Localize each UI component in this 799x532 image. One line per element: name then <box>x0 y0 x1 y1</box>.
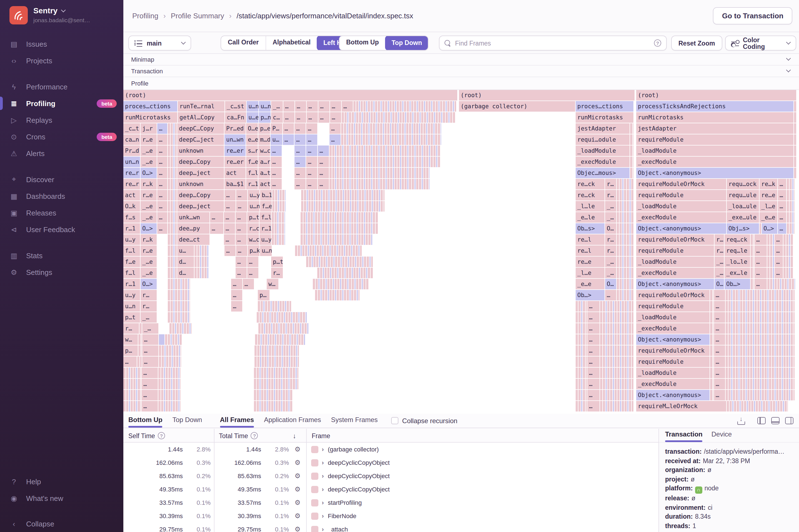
flame-frame[interactable]: Ob…s> <box>576 223 605 234</box>
flame-frame[interactable]: _loadModule <box>636 146 794 156</box>
flame-frame[interactable]: … <box>307 112 318 123</box>
flame-frame[interactable]: … <box>157 146 167 156</box>
flame-frame[interactable]: deep…ject <box>177 201 224 212</box>
flame-frame[interactable]: … <box>330 134 340 145</box>
flame-stripes[interactable] <box>794 112 796 123</box>
flame-frame[interactable]: _execModule <box>576 157 630 167</box>
flame-frame[interactable]: p…t <box>247 212 259 223</box>
flame-frame[interactable]: r… <box>141 290 157 300</box>
flame-stripes[interactable] <box>751 234 754 245</box>
flame-frame[interactable]: re…r <box>123 179 140 189</box>
flame-frame[interactable]: u…y <box>123 234 140 245</box>
self-time-header[interactable]: Self Time? <box>128 429 165 442</box>
flame-frame[interactable]: p…t <box>123 312 140 323</box>
flame-stripes[interactable] <box>710 379 713 389</box>
flame-frame[interactable]: r…1 <box>123 279 140 289</box>
tab-bottom-up[interactable]: Bottom Up <box>128 414 163 428</box>
flame-stripes[interactable] <box>140 323 142 334</box>
flame-stripes[interactable] <box>168 268 177 278</box>
flame-frame[interactable]: re…ck <box>576 190 605 201</box>
flame-frame[interactable]: _… <box>605 212 616 223</box>
flame-stripes[interactable] <box>794 134 796 145</box>
flame-stripes[interactable] <box>576 323 587 334</box>
flame-frame[interactable]: dee…ct <box>177 234 209 245</box>
flame-frame[interactable]: … <box>157 179 167 189</box>
flame-frame[interactable]: … <box>142 334 159 345</box>
flame-frame[interactable]: r…1 <box>246 179 258 189</box>
flame-frame[interactable]: requ…ule <box>727 190 759 201</box>
flame-stripes[interactable] <box>168 157 177 167</box>
flame-frame[interactable]: … <box>236 212 247 223</box>
flame-frame[interactable]: processTicksAndRejections <box>636 101 794 112</box>
flame-frame[interactable]: Object.<anonymous> <box>636 223 726 234</box>
flame-frame[interactable]: … <box>587 379 599 389</box>
flame-stripes[interactable] <box>255 345 299 356</box>
flame-frame[interactable]: r… <box>605 179 616 189</box>
expand-chevron-icon[interactable]: › <box>319 486 327 493</box>
flame-frame[interactable]: … <box>123 357 137 367</box>
flame-frame[interactable]: req…le <box>725 245 750 256</box>
expand-chevron-icon[interactable]: › <box>319 513 327 519</box>
flame-stripes[interactable] <box>617 290 633 300</box>
flame-stripes[interactable] <box>617 268 633 278</box>
flame-frame[interactable]: runMicrotasks <box>123 112 177 123</box>
flame-stripes[interactable] <box>576 390 587 400</box>
flame-frame[interactable]: … <box>224 223 235 234</box>
flame-stripes[interactable] <box>617 223 633 234</box>
flame-stripes[interactable] <box>726 379 795 389</box>
flame-frame[interactable]: p…t <box>271 256 283 267</box>
flame-frame[interactable]: deepC…Copy <box>177 123 224 134</box>
flame-frame[interactable]: _… <box>271 101 283 112</box>
flame-frame[interactable]: … <box>318 179 329 189</box>
flame-frame[interactable]: dee…py <box>177 223 209 234</box>
flame-frame[interactable]: r… <box>714 245 724 256</box>
flame-frame[interactable]: _…e <box>141 256 157 267</box>
details-tab-transaction[interactable]: Transaction <box>665 429 703 442</box>
flame-stripes[interactable] <box>787 179 795 189</box>
flame-frame[interactable]: … <box>778 190 786 201</box>
flame-frame[interactable]: f…e <box>123 256 140 267</box>
flame-frame[interactable]: … <box>318 168 329 178</box>
flame-frame[interactable]: proces…ctions <box>123 101 177 112</box>
flame-frame[interactable]: _… <box>605 256 616 267</box>
flame-frame[interactable]: p…n <box>259 112 271 123</box>
flame-frame[interactable]: _…e <box>141 146 157 156</box>
flame-stripes[interactable] <box>123 368 141 378</box>
flame-frame[interactable]: O…> <box>141 223 157 234</box>
flame-frame[interactable]: … <box>295 168 305 178</box>
panel-left-icon[interactable] <box>757 417 766 424</box>
flame-frame[interactable]: … <box>714 334 725 345</box>
flame-frame[interactable]: … <box>755 279 767 289</box>
flame-frame[interactable]: _l…e <box>760 201 777 212</box>
gear-icon[interactable]: ⚙ <box>289 445 306 453</box>
flame-stripes[interactable] <box>123 401 141 412</box>
total-time-header[interactable]: Total Time? <box>219 429 258 442</box>
flame-stripes[interactable] <box>315 290 359 300</box>
reset-zoom-button[interactable]: Reset Zoom <box>671 36 722 51</box>
sidebar-item-crons[interactable]: ⊙Cronsbeta <box>0 128 123 145</box>
sidebar-item-help[interactable]: ?Help <box>0 473 123 490</box>
flame-frame[interactable]: requi…odule <box>576 134 630 145</box>
flame-frame[interactable]: re…l <box>576 245 605 256</box>
segment-alphabetical[interactable]: Alphabetical <box>265 36 317 51</box>
flame-frame[interactable]: (root) <box>459 90 634 100</box>
table-row[interactable]: 1.44s2.8%1.44s2.8%⚙›(garbage collector) <box>123 442 658 456</box>
flame-frame[interactable]: jestAdapter <box>636 123 794 134</box>
flame-frame[interactable]: O… <box>714 279 724 289</box>
flame-frame[interactable]: … <box>307 101 318 112</box>
flame-frame[interactable]: … <box>157 123 167 134</box>
sidebar-item-alerts[interactable]: ⚠Alerts <box>0 145 123 162</box>
flame-frame[interactable]: r… <box>141 301 157 311</box>
flame-frame[interactable]: … <box>306 134 317 145</box>
flame-stripes[interactable] <box>726 390 795 400</box>
flame-stripes[interactable] <box>794 168 796 178</box>
flame-stripes[interactable] <box>630 134 633 145</box>
flame-stripes[interactable] <box>168 123 177 134</box>
flame-frame[interactable]: … <box>778 212 786 223</box>
table-row[interactable]: 29.75ms0.1%29.75ms0.1%⚙›_attach <box>123 522 658 532</box>
flame-frame[interactable]: un…n <box>123 157 140 167</box>
flame-frame[interactable]: _e…e <box>576 279 605 289</box>
search-input[interactable] <box>455 40 650 46</box>
flame-frame[interactable]: Object.<anonymous> <box>636 168 794 178</box>
flame-frame[interactable]: deep…Copy <box>177 157 224 167</box>
